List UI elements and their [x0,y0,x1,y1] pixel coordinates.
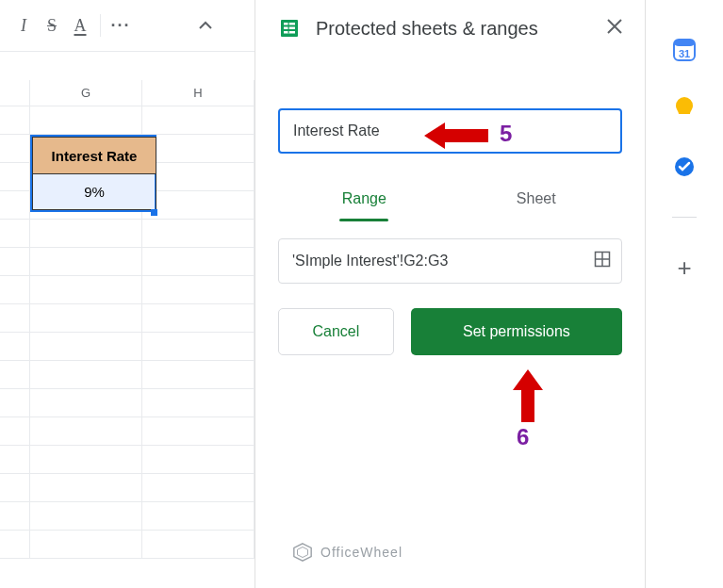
selection-handle[interactable] [151,209,157,216]
tasks-icon[interactable] [672,155,697,179]
select-range-icon[interactable] [593,250,612,272]
sheets-icon [278,17,301,40]
add-addon-button[interactable]: + [672,255,697,280]
strikethrough-button[interactable]: S [38,11,66,40]
range-input[interactable]: 'SImple Interest'!G2:G3 [278,238,622,284]
svg-rect-3 [284,31,295,34]
tab-range[interactable]: Range [278,176,451,221]
companion-divider [672,217,697,218]
svg-rect-15 [681,115,688,118]
formatting-toolbar: I S A ··· [0,0,255,52]
collapse-toolbar-button[interactable] [191,11,220,40]
svg-text:31: 31 [679,48,690,59]
annotation-number-5: 5 [500,121,512,147]
protected-ranges-panel: Protected sheets & ranges Interest Rate … [255,0,646,588]
svg-rect-1 [284,23,295,25]
column-header-h[interactable]: H [142,80,255,106]
svg-rect-4 [288,23,289,34]
toolbar-divider [100,14,101,37]
close-panel-button[interactable] [598,16,632,41]
side-companion-bar: 31 + [646,0,723,588]
panel-title: Protected sheets & ranges [316,18,598,40]
svg-marker-11 [298,547,308,558]
cell-g2-header[interactable]: Interest Rate [32,137,156,174]
tab-sheet[interactable]: Sheet [451,176,623,221]
description-input[interactable]: Interest Rate [278,108,622,154]
column-header-g[interactable]: G [30,80,142,106]
more-tools-button[interactable]: ··· [107,11,135,40]
italic-button[interactable]: I [9,11,38,40]
svg-rect-13 [674,40,695,46]
svg-rect-2 [284,27,295,30]
set-permissions-button[interactable]: Set permissions [411,308,622,355]
annotation-number-6: 6 [517,424,529,450]
watermark: OfficeWheel [292,542,403,563]
range-value: 'SImple Interest'!G2:G3 [292,253,448,270]
keep-icon[interactable] [672,96,697,121]
cell-g3-value[interactable]: 9% [32,174,156,210]
calendar-icon[interactable]: 31 [672,38,697,62]
text-color-button[interactable]: A [66,11,94,40]
cancel-button[interactable]: Cancel [278,308,394,355]
panel-tabs: Range Sheet [278,176,622,221]
description-value: Interest Rate [293,122,380,139]
svg-marker-10 [294,544,311,561]
